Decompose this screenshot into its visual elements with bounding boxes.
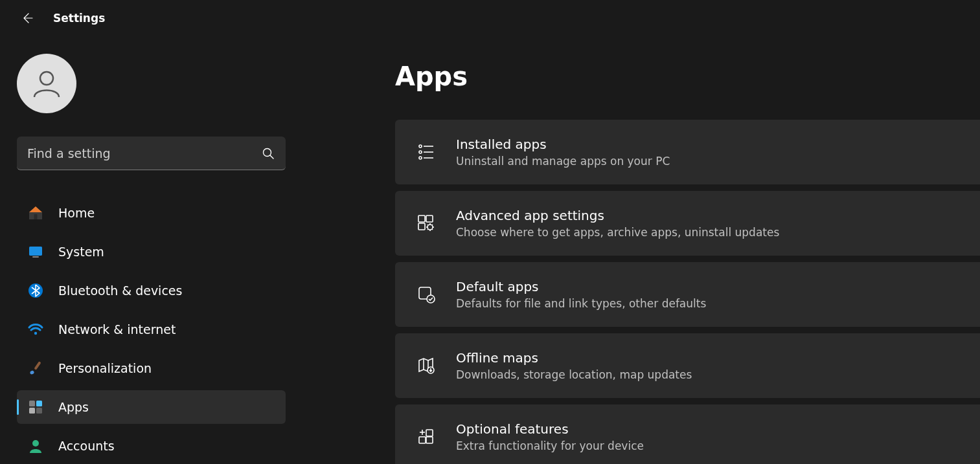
svg-rect-6 bbox=[32, 256, 39, 258]
avatar-row[interactable] bbox=[17, 54, 279, 113]
card-advanced-app-settings[interactable]: Advanced app settings Choose where to ge… bbox=[395, 191, 980, 256]
main-panel: Apps Installed apps Uninstall and manage… bbox=[291, 36, 980, 464]
back-button[interactable] bbox=[17, 8, 38, 28]
svg-rect-11 bbox=[36, 401, 42, 406]
card-desc: Choose where to get apps, archive apps, … bbox=[456, 226, 779, 239]
card-text: Default apps Defaults for file and link … bbox=[456, 279, 706, 310]
svg-rect-30 bbox=[426, 430, 433, 436]
sidebar-item-home[interactable]: Home bbox=[17, 196, 286, 230]
svg-rect-31 bbox=[419, 437, 426, 443]
card-title: Installed apps bbox=[456, 137, 670, 152]
card-text: Installed apps Uninstall and manage apps… bbox=[456, 137, 670, 168]
user-icon bbox=[25, 435, 47, 457]
svg-rect-22 bbox=[426, 215, 433, 222]
svg-point-15 bbox=[419, 145, 422, 148]
sidebar-item-apps[interactable]: Apps bbox=[17, 390, 286, 424]
optional-icon bbox=[415, 425, 438, 448]
header-title: Settings bbox=[53, 12, 105, 25]
card-title: Advanced app settings bbox=[456, 208, 779, 223]
avatar bbox=[17, 54, 76, 113]
wifi-icon bbox=[25, 318, 47, 340]
svg-rect-21 bbox=[418, 215, 425, 222]
sidebar-item-network[interactable]: Network & internet bbox=[17, 313, 286, 346]
sidebar-item-label: System bbox=[58, 245, 104, 259]
card-title: Optional features bbox=[456, 421, 644, 437]
card-text: Advanced app settings Choose where to ge… bbox=[456, 208, 779, 239]
svg-rect-3 bbox=[34, 214, 38, 219]
svg-rect-5 bbox=[29, 247, 42, 256]
card-text: Offline maps Downloads, storage location… bbox=[456, 350, 692, 381]
card-desc: Defaults for file and link types, other … bbox=[456, 297, 706, 310]
sidebar-item-personalization[interactable]: Personalization bbox=[17, 351, 286, 385]
brush-icon bbox=[25, 357, 47, 379]
bluetooth-icon bbox=[25, 280, 47, 302]
card-title: Default apps bbox=[456, 279, 706, 294]
sidebar-item-accounts[interactable]: Accounts bbox=[17, 429, 286, 463]
svg-line-2 bbox=[270, 155, 273, 159]
header-bar: Settings bbox=[0, 0, 980, 36]
card-desc: Downloads, storage location, map updates bbox=[456, 368, 692, 381]
card-desc: Uninstall and manage apps on your PC bbox=[456, 155, 670, 168]
svg-rect-13 bbox=[36, 408, 42, 414]
search-box[interactable] bbox=[17, 137, 286, 170]
card-title: Offline maps bbox=[456, 350, 692, 366]
card-desc: Extra functionality for your device bbox=[456, 439, 644, 452]
sidebar-item-label: Accounts bbox=[58, 439, 115, 453]
card-text: Optional features Extra functionality fo… bbox=[456, 421, 644, 452]
sidebar-item-label: Home bbox=[58, 206, 95, 220]
search-input[interactable] bbox=[17, 146, 255, 160]
svg-rect-12 bbox=[29, 408, 35, 414]
svg-point-8 bbox=[34, 332, 37, 335]
advanced-icon bbox=[415, 212, 438, 235]
card-default-apps[interactable]: Default apps Defaults for file and link … bbox=[395, 262, 980, 327]
svg-rect-32 bbox=[426, 437, 433, 443]
card-installed-apps[interactable]: Installed apps Uninstall and manage apps… bbox=[395, 120, 980, 184]
svg-point-19 bbox=[419, 157, 422, 159]
card-optional-features[interactable]: Optional features Extra functionality fo… bbox=[395, 404, 980, 464]
sidebar-item-label: Bluetooth & devices bbox=[58, 283, 182, 298]
avatar-icon bbox=[30, 67, 63, 100]
svg-rect-9 bbox=[34, 361, 41, 370]
apps-icon bbox=[25, 396, 47, 418]
sidebar-item-label: Apps bbox=[58, 400, 89, 414]
card-offline-maps[interactable]: Offline maps Downloads, storage location… bbox=[395, 333, 980, 398]
svg-point-24 bbox=[427, 225, 433, 230]
installed-apps-icon bbox=[415, 140, 438, 164]
map-icon bbox=[415, 354, 438, 377]
sidebar: Home System bbox=[0, 36, 291, 464]
default-apps-icon bbox=[415, 283, 438, 306]
page-title: Apps bbox=[395, 61, 980, 91]
sidebar-nav: Home System bbox=[17, 196, 279, 463]
system-icon bbox=[25, 241, 47, 263]
sidebar-item-label: Personalization bbox=[58, 361, 152, 375]
svg-point-0 bbox=[40, 72, 53, 85]
svg-rect-23 bbox=[418, 223, 425, 230]
sidebar-item-bluetooth[interactable]: Bluetooth & devices bbox=[17, 274, 286, 307]
svg-point-14 bbox=[32, 440, 39, 447]
search-icon[interactable] bbox=[255, 140, 282, 167]
back-arrow-icon bbox=[21, 12, 34, 25]
home-icon bbox=[25, 202, 47, 224]
sidebar-item-label: Network & internet bbox=[58, 322, 176, 337]
svg-rect-10 bbox=[29, 401, 35, 406]
svg-point-17 bbox=[419, 151, 422, 153]
sidebar-item-system[interactable]: System bbox=[17, 235, 286, 269]
